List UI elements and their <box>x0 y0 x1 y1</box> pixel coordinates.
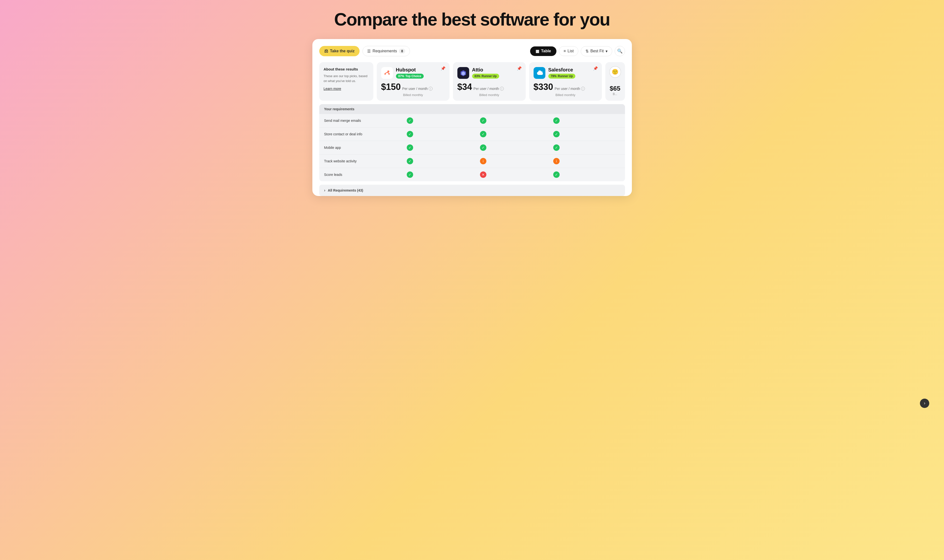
pin-icon-hubspot[interactable]: 📌 <box>441 66 446 71</box>
check-green-icon: ✓ <box>480 117 486 124</box>
sort-icon: ⇅ <box>585 49 589 54</box>
attio-info-icon[interactable]: i <box>500 87 504 91</box>
attio-price: $34 <box>457 82 472 92</box>
hubspot-name: Hubspot <box>396 67 445 73</box>
hubspot-check-0: ✓ <box>373 114 447 128</box>
chevron-down-icon: ▾ <box>606 49 608 54</box>
hubspot-info-icon[interactable]: i <box>429 87 433 91</box>
about-description: These are our top picks, based on what y… <box>324 74 369 83</box>
salesforce-header: Salesforce 79% Runner Up <box>534 67 597 79</box>
hubspot-per: Per user / month i <box>402 87 433 91</box>
requirements-header: Your requirements <box>319 104 625 114</box>
salesforce-info-icon[interactable]: i <box>581 87 585 91</box>
check-green-icon: ✓ <box>407 158 413 164</box>
bestfit-sort-button[interactable]: ⇅ Best Fit ▾ <box>581 46 612 56</box>
req-label-0: Send mail merge emails <box>319 114 373 128</box>
salesforce-price: $330 <box>534 82 553 92</box>
check-red-icon: ✕ <box>480 171 486 178</box>
requirements-badge: 8 <box>399 49 405 54</box>
salesforce-billing: Billed monthly <box>534 93 597 97</box>
salesforce-name: Salesforce <box>548 67 597 73</box>
table-row: Track website activity ✓ i i <box>319 154 625 168</box>
salesforce-check-2: ✓ <box>520 141 593 154</box>
take-quiz-button[interactable]: ⚖ Take the quiz <box>319 46 359 56</box>
hubspot-check-4: ✓ <box>373 168 447 182</box>
search-button[interactable]: 🔍 <box>615 46 625 56</box>
requirements-button[interactable]: ☰ Requirements 8 <box>362 46 410 56</box>
attio-check-2: ✓ <box>447 141 520 154</box>
check-green-icon: ✓ <box>407 145 413 151</box>
requirements-table: Send mail merge emails ✓ ✓ ✓ <box>319 114 625 181</box>
toolbar-right: ▦ Table ≡ List ⇅ Best Fit ▾ 🔍 <box>530 46 625 56</box>
product-card-hubspot: 📌 Hubspot 87% Top Choice <box>377 62 449 101</box>
salesforce-name-wrap: Salesforce 79% Runner Up <box>548 67 597 78</box>
attio-rank-badge: 83% Runner Up <box>472 74 499 78</box>
list-view-button[interactable]: ≡ List <box>559 46 578 56</box>
salesforce-check-0: ✓ <box>520 114 593 128</box>
page-title: Compare the best software for you <box>334 10 610 29</box>
hubspot-name-wrap: Hubspot 87% Top Choice <box>396 67 445 78</box>
attio-check-1: ✓ <box>447 128 520 141</box>
hubspot-billing: Billed monthly <box>381 93 445 97</box>
learn-more-link[interactable]: Learn more <box>324 87 369 91</box>
req-label-3: Track website activity <box>319 154 373 168</box>
hubspot-check-1: ✓ <box>373 128 447 141</box>
partial-billed: B... <box>613 92 617 96</box>
pin-icon-salesforce[interactable]: 📌 <box>593 66 598 71</box>
table-row: Score leads ✓ ✕ ✓ <box>319 168 625 182</box>
salesforce-per: Per user / month i <box>555 87 585 91</box>
salesforce-check-4: ✓ <box>520 168 593 182</box>
table-icon: ▦ <box>535 49 539 54</box>
products-row: About these results These are our top pi… <box>319 62 625 101</box>
svg-point-2 <box>388 73 390 75</box>
check-green-icon: ✓ <box>553 131 560 137</box>
search-icon: 🔍 <box>617 48 623 54</box>
hubspot-header: Hubspot 87% Top Choice <box>381 67 445 79</box>
chevron-right-icon: › <box>324 188 325 192</box>
product-card-attio: 📌 Attio 83% Runner Up $34 <box>453 62 526 101</box>
attio-check-0: ✓ <box>447 114 520 128</box>
table-area: Your requirements Send mail merge emails… <box>319 104 625 196</box>
toolbar: ⚖ Take the quiz ☰ Requirements 8 ▦ Table… <box>319 46 625 56</box>
hubspot-check-2: ✓ <box>373 141 447 154</box>
table-row: Mobile app ✓ ✓ ✓ <box>319 141 625 154</box>
quiz-icon: ⚖ <box>324 48 328 54</box>
attio-name: Attio <box>472 67 521 73</box>
svg-point-1 <box>384 73 386 75</box>
partial-logo: 🙂 <box>609 66 621 78</box>
salesforce-logo <box>534 67 545 79</box>
table-row: Send mail merge emails ✓ ✓ ✓ <box>319 114 625 128</box>
all-requirements-row[interactable]: › All Requirements (43) <box>319 185 625 196</box>
svg-point-0 <box>387 71 389 72</box>
attio-name-wrap: Attio 83% Runner Up <box>472 67 521 78</box>
partial-price: $65 <box>610 85 620 92</box>
hubspot-price-row: $150 Per user / month i <box>381 82 445 92</box>
check-green-icon: ✓ <box>480 131 486 137</box>
check-green-icon: ✓ <box>407 171 413 178</box>
attio-check-4: ✕ <box>447 168 520 182</box>
check-green-icon: ✓ <box>407 117 413 124</box>
all-requirements-label: All Requirements (43) <box>328 188 363 192</box>
check-green-icon: ✓ <box>553 171 560 178</box>
pin-icon-attio[interactable]: 📌 <box>517 66 522 71</box>
attio-check-3: i <box>447 154 520 168</box>
check-orange-icon: i <box>553 158 560 164</box>
product-card-salesforce: 📌 Salesforce 79% Runner Up $330 <box>529 62 602 101</box>
attio-header: Attio 83% Runner Up <box>457 67 521 79</box>
hubspot-price: $150 <box>381 82 401 92</box>
req-label-1: Store contact or deal info <box>319 128 373 141</box>
check-green-icon: ✓ <box>553 117 560 124</box>
hubspot-logo <box>381 67 393 79</box>
check-green-icon: ✓ <box>407 131 413 137</box>
check-green-icon: ✓ <box>553 145 560 151</box>
req-label-2: Mobile app <box>319 141 373 154</box>
attio-logo <box>457 67 469 79</box>
table-view-button[interactable]: ▦ Table <box>530 46 557 56</box>
salesforce-check-3: i <box>520 154 593 168</box>
about-title: About these results <box>324 67 369 71</box>
attio-price-row: $34 Per user / month i <box>457 82 521 92</box>
req-label-4: Score leads <box>319 168 373 182</box>
salesforce-check-1: ✓ <box>520 128 593 141</box>
product-card-partial: 🙂 $65 B... <box>605 62 625 101</box>
check-green-icon: ✓ <box>480 145 486 151</box>
